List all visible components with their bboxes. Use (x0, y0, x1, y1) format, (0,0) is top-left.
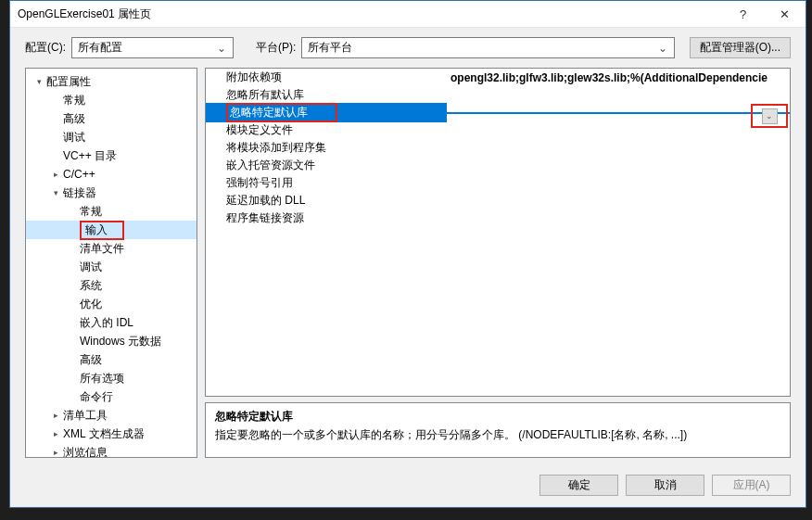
property-grid[interactable]: 附加依赖项opengl32.lib;glfw3.lib;glew32s.lib;… (205, 68, 791, 397)
tree-item-label: 常规 (63, 93, 85, 108)
tree-item-label: 高级 (63, 111, 85, 127)
tree-collapsed-icon[interactable]: ▸ (50, 411, 61, 420)
property-value[interactable]: opengl32.lib;glfw3.lib;glew32s.lib;%(Add… (447, 71, 790, 84)
ok-button[interactable]: 确定 (539, 475, 618, 496)
tree-expanded-icon[interactable]: ▾ (50, 188, 61, 197)
tree-item-label: 嵌入的 IDL (80, 315, 133, 331)
property-row[interactable]: 嵌入托管资源文件 (206, 157, 790, 174)
tree-item-label: VC++ 目录 (63, 148, 117, 164)
property-row[interactable]: 将模块添加到程序集 (206, 139, 790, 157)
property-name: 附加依赖项 (206, 70, 447, 85)
description-body: 指定要忽略的一个或多个默认库的名称；用分号分隔多个库。 (/NODEFAULTL… (215, 427, 780, 443)
tree-item[interactable]: 优化 (26, 295, 197, 313)
tree-item-label: 常规 (80, 204, 102, 220)
tree-item-label: XML 文档生成器 (63, 426, 145, 442)
property-name: 模块定义文件 (206, 122, 447, 138)
property-row[interactable]: 忽略特定默认库 (206, 104, 790, 121)
tree-collapsed-icon[interactable]: ▸ (50, 448, 61, 457)
dialog-footer: 确定 取消 应用(A) (10, 467, 806, 507)
platform-label: 平台(P): (256, 40, 296, 56)
tree-item[interactable]: 调试 (26, 258, 197, 276)
tree-item-label: 链接器 (63, 185, 96, 201)
tree-item-label: 命令行 (80, 389, 113, 405)
category-tree[interactable]: ▾配置属性常规高级调试VC++ 目录▸C/C++▾链接器常规输入清单文件调试系统… (25, 68, 197, 458)
tree-item-label: 浏览信息 (63, 445, 108, 459)
property-name: 嵌入托管资源文件 (206, 158, 447, 173)
tree-collapsed-icon[interactable]: ▸ (50, 170, 61, 179)
tree-item[interactable]: 输入 (26, 221, 197, 239)
highlight-dropdown-box: ⌄ (751, 104, 788, 128)
tree-item[interactable]: ▸XML 文档生成器 (26, 425, 197, 443)
close-button[interactable]: ✕ (764, 1, 806, 28)
tree-item-label: 高级 (80, 352, 102, 368)
tree-item-label: 系统 (80, 278, 102, 294)
property-pages-dialog: OpenGLExercise01 属性页 ? ✕ 配置(C): 所有配置 ⌄ 平… (9, 0, 806, 508)
tree-item[interactable]: ▾链接器 (26, 184, 197, 202)
right-pane: 附加依赖项opengl32.lib;glfw3.lib;glew32s.lib;… (205, 68, 791, 458)
titlebar-buttons: ? ✕ (722, 1, 806, 28)
tree-item[interactable]: 调试 (26, 128, 197, 146)
property-name: 忽略所有默认库 (206, 87, 447, 103)
config-label: 配置(C): (25, 40, 66, 56)
property-row[interactable]: 模块定义文件 (206, 121, 790, 139)
property-value[interactable] (447, 112, 790, 114)
property-name: 延迟加载的 DLL (206, 193, 447, 209)
tree-item-label: 优化 (80, 297, 102, 312)
description-panel: 忽略特定默认库 指定要忽略的一个或多个默认库的名称；用分号分隔多个库。 (/NO… (205, 402, 791, 458)
tree-item[interactable]: VC++ 目录 (26, 146, 197, 165)
tree-item[interactable]: 常规 (26, 202, 197, 221)
tree-item[interactable]: 所有选项 (26, 369, 197, 387)
tree-item[interactable]: Windows 元数据 (26, 332, 197, 350)
tree-item-label: 调试 (63, 130, 85, 146)
tree-collapsed-icon[interactable]: ▸ (50, 429, 61, 438)
tree-item-label: C/C++ (63, 168, 95, 181)
main-area: ▾配置属性常规高级调试VC++ 目录▸C/C++▾链接器常规输入清单文件调试系统… (10, 68, 806, 467)
tree-item[interactable]: 常规 (26, 91, 197, 109)
property-name: 忽略特定默认库 (206, 103, 447, 122)
chevron-down-icon: ⌄ (214, 42, 229, 55)
help-button[interactable]: ? (722, 1, 764, 28)
tree-item-label: 配置属性 (46, 74, 91, 90)
configuration-combo[interactable]: 所有配置 ⌄ (71, 37, 234, 58)
tree-item[interactable]: ▾配置属性 (26, 72, 197, 91)
property-row[interactable]: 程序集链接资源 (206, 209, 790, 227)
tree-item-label: 所有选项 (80, 371, 124, 387)
property-name: 将模块添加到程序集 (206, 140, 447, 156)
platform-value: 所有平台 (308, 40, 352, 56)
property-row[interactable]: 忽略所有默认库 (206, 86, 790, 104)
property-row[interactable]: 强制符号引用 (206, 174, 790, 192)
tree-item[interactable]: 系统 (26, 276, 197, 295)
tree-item-label: 输入 (80, 221, 124, 240)
tree-item-label: 调试 (80, 260, 102, 275)
tree-item[interactable]: 高级 (26, 350, 197, 369)
tree-item-label: Windows 元数据 (80, 334, 161, 349)
cancel-button[interactable]: 取消 (626, 475, 704, 496)
tree-item[interactable]: 清单文件 (26, 239, 197, 258)
tree-item[interactable]: ▸C/C++ (26, 165, 197, 184)
property-name: 强制符号引用 (206, 175, 447, 191)
tree-item[interactable]: 嵌入的 IDL (26, 313, 197, 332)
tree-item[interactable]: 命令行 (26, 387, 197, 406)
config-manager-button[interactable]: 配置管理器(O)... (690, 37, 791, 58)
chevron-down-icon: ⌄ (655, 42, 670, 55)
property-row[interactable]: 附加依赖项opengl32.lib;glfw3.lib;glew32s.lib;… (206, 69, 790, 86)
apply-button[interactable]: 应用(A) (712, 475, 791, 496)
tree-item[interactable]: ▸清单工具 (26, 406, 197, 425)
description-title: 忽略特定默认库 (215, 409, 780, 425)
property-dropdown-button[interactable]: ⌄ (762, 108, 778, 124)
titlebar: OpenGLExercise01 属性页 ? ✕ (10, 1, 806, 28)
window-title: OpenGLExercise01 属性页 (18, 6, 722, 22)
config-toolbar: 配置(C): 所有配置 ⌄ 平台(P): 所有平台 ⌄ 配置管理器(O)... (10, 28, 806, 68)
tree-item-label: 清单工具 (63, 408, 108, 424)
property-row[interactable]: 延迟加载的 DLL (206, 192, 790, 209)
tree-item-label: 清单文件 (80, 241, 124, 257)
tree-expanded-icon[interactable]: ▾ (33, 77, 44, 86)
tree-item[interactable]: 高级 (26, 109, 197, 128)
platform-combo[interactable]: 所有平台 ⌄ (301, 37, 674, 58)
property-name: 程序集链接资源 (206, 210, 447, 226)
tree-item[interactable]: ▸浏览信息 (26, 443, 197, 458)
configuration-value: 所有配置 (78, 40, 122, 56)
